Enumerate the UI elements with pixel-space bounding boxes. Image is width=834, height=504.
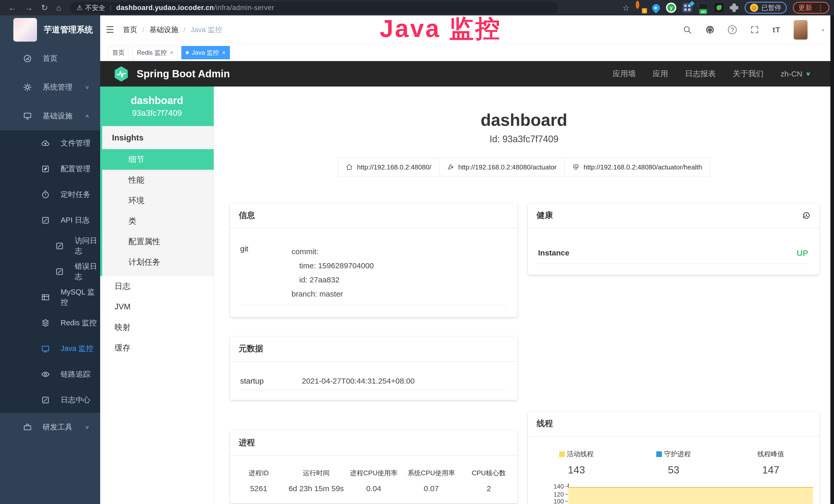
font-size-icon[interactable]: tT bbox=[773, 25, 780, 34]
sidebar-item-label: MySQL 监控 bbox=[61, 287, 100, 307]
sidebar-item-system[interactable]: 系统管理 ∨ bbox=[0, 73, 100, 102]
sidebar-item-infra[interactable]: 基础设施 ∧ bbox=[0, 102, 100, 131]
note-edit-icon bbox=[41, 216, 50, 225]
history-icon[interactable] bbox=[802, 211, 811, 220]
card-title: 元数据 bbox=[239, 343, 263, 354]
browser-home-icon[interactable]: ⌂ bbox=[56, 0, 61, 16]
sidebar-item-access-log[interactable]: 访问日志 bbox=[0, 233, 100, 259]
tag-java-monitor[interactable]: Java 监控 × bbox=[181, 46, 230, 59]
note-edit-icon bbox=[55, 267, 64, 276]
close-icon[interactable]: × bbox=[222, 49, 225, 56]
row-label: startup bbox=[240, 377, 302, 385]
user-avatar[interactable] bbox=[794, 20, 808, 40]
update-button[interactable]: 更新 ⋮ bbox=[793, 2, 829, 14]
git-line: branch: master bbox=[291, 287, 374, 301]
sidebar-item-label: 日志中心 bbox=[61, 395, 90, 405]
avatar-emoji-icon: ☺ bbox=[750, 4, 758, 12]
sidebar-item-label: Java 监控 bbox=[61, 344, 93, 354]
y-tickmark bbox=[565, 486, 568, 486]
sba-brand[interactable]: Spring Boot Admin bbox=[137, 68, 230, 79]
sba-menu-applications[interactable]: 应用 bbox=[653, 69, 668, 79]
app-title: 芋道管理系统 bbox=[44, 24, 93, 36]
extension-grid-icon[interactable] bbox=[682, 3, 692, 13]
sidebar-item-java-monitor[interactable]: Java 监控 bbox=[0, 336, 100, 362]
fullscreen-icon[interactable] bbox=[750, 25, 759, 35]
sba-nav-metrics[interactable]: 性能 bbox=[102, 170, 214, 190]
sba-menu-wallboard[interactable]: 应用墙 bbox=[613, 69, 636, 79]
sidebar-item-error-log[interactable]: 错误日志 bbox=[0, 259, 100, 284]
extension-green-icon[interactable]: y bbox=[666, 3, 676, 13]
endpoint-health-link[interactable]: http://192.168.0.2:48080/actuator/health bbox=[564, 158, 710, 176]
breadcrumb-infra[interactable]: 基础设施 bbox=[150, 25, 178, 35]
search-icon[interactable] bbox=[683, 25, 692, 35]
security-warning-icon[interactable]: ⚠ bbox=[76, 4, 83, 12]
sidebar-item-home[interactable]: 首页 bbox=[0, 44, 100, 73]
sidebar-item-config[interactable]: 配置管理 bbox=[0, 156, 100, 182]
extension-switch-icon[interactable]: on bbox=[698, 3, 708, 12]
info-git-row: git commit: time: 1596289704000 id: 27aa… bbox=[240, 245, 506, 305]
github-icon[interactable] bbox=[705, 25, 715, 35]
tag-redis-monitor[interactable]: Redis 监控 × bbox=[133, 46, 178, 59]
sba-instance-header[interactable]: dashboard 93a3fc7f7409 bbox=[100, 87, 214, 126]
sidebar-item-dev-tools[interactable]: 研发工具 ∨ bbox=[0, 413, 100, 442]
endpoint-actuator-link[interactable]: http://192.168.0.2:48080/actuator bbox=[439, 158, 565, 176]
column-header: CPU核心数 bbox=[460, 468, 518, 478]
sba-nav-logs[interactable]: 日志 bbox=[100, 276, 214, 297]
tag-home[interactable]: 首页 bbox=[108, 46, 129, 59]
legend-square-live bbox=[559, 451, 565, 457]
app-main: ☰ 首页 / 基础设施 / Java 监控 ? tT ∨ 首页 bbox=[100, 16, 834, 504]
browser-scrollbar[interactable] bbox=[830, 16, 834, 504]
sidebar-item-api-log[interactable]: API 日志 ∧ bbox=[0, 207, 100, 233]
app-logo-row[interactable]: 芋道管理系统 bbox=[0, 16, 100, 44]
breadcrumb-home[interactable]: 首页 bbox=[123, 25, 137, 35]
tags-view-bar: 首页 Redis 监控 × Java 监控 × bbox=[100, 44, 834, 61]
sba-language-select[interactable]: zh-CN ∨ bbox=[781, 70, 811, 78]
sba-nav-environment[interactable]: 环境 bbox=[102, 190, 214, 211]
sba-menu-journal[interactable]: 日志报表 bbox=[685, 69, 716, 79]
browser-actions: ☆ 1 y on ☺ 已暂停 更新 ⋮ bbox=[622, 0, 829, 16]
forward-icon[interactable]: → bbox=[25, 0, 33, 16]
metadata-startup-row: startup 2021-04-27T00:44:31.254+08:00 bbox=[240, 377, 506, 390]
sba-nav-scheduled-tasks[interactable]: 计划任务 bbox=[102, 252, 214, 272]
address-bar[interactable]: ⚠ 不安全 | dashboard.yudao.iocoder.cn/infra… bbox=[70, 2, 558, 14]
sba-nav-details[interactable]: 细节 bbox=[100, 149, 214, 170]
profile-paused-chip[interactable]: ☺ 已暂停 bbox=[745, 2, 787, 14]
sidebar-item-files[interactable]: 文件管理 bbox=[0, 131, 100, 156]
close-icon[interactable]: × bbox=[170, 49, 173, 56]
y-tick-140: 140 bbox=[528, 483, 564, 490]
sidebar-item-log-center[interactable]: 日志中心 bbox=[0, 387, 100, 413]
metadata-card: 元数据 startup 2021-04-27T00:44:31.254+08:0… bbox=[230, 336, 518, 400]
sba-nav-mappings[interactable]: 映射 bbox=[100, 317, 214, 338]
endpoint-url: http://192.168.0.2:48080/actuator/health bbox=[584, 163, 702, 171]
sba-insights-label: Insights bbox=[102, 126, 214, 149]
back-icon[interactable]: ← bbox=[8, 0, 17, 16]
sba-nav-classes[interactable]: 类 bbox=[102, 211, 214, 231]
bookmark-star-icon[interactable]: ☆ bbox=[622, 3, 630, 12]
extension-orange-icon[interactable]: 1 bbox=[636, 3, 646, 13]
extension-leaf-icon[interactable] bbox=[714, 3, 724, 12]
browser-menu-icon[interactable]: ⋮ bbox=[817, 4, 824, 12]
sba-nav-config-props[interactable]: 配置属性 bbox=[102, 231, 214, 252]
help-icon[interactable]: ? bbox=[728, 25, 737, 34]
extension-pin-icon[interactable] bbox=[651, 3, 661, 13]
stat-label: 线程峰值 bbox=[758, 450, 784, 459]
sba-nav-caches[interactable]: 缓存 bbox=[100, 338, 214, 358]
sidebar-item-mysql[interactable]: MySQL 监控 bbox=[0, 284, 100, 310]
extension-green-letter: y bbox=[667, 4, 675, 12]
endpoint-home-link[interactable]: http://192.168.0.2:48080/ bbox=[338, 158, 439, 176]
chevron-down-icon: ∨ bbox=[85, 85, 89, 90]
caret-down-icon[interactable]: ∨ bbox=[821, 27, 825, 32]
reload-icon[interactable]: ↻ bbox=[41, 0, 48, 16]
sidebar-item-label: 文件管理 bbox=[61, 138, 90, 148]
column-header: 系统CPU使用率 bbox=[402, 468, 460, 478]
hamburger-icon[interactable]: ☰ bbox=[106, 24, 114, 35]
sba-nav-jvm[interactable]: JVM bbox=[100, 297, 214, 317]
git-commit-lines: commit: time: 1596289704000 id: 27aa832 … bbox=[291, 245, 374, 301]
sidebar-item-redis[interactable]: Redis 监控 bbox=[0, 310, 100, 336]
extensions-puzzle-icon[interactable] bbox=[730, 3, 739, 12]
column-header: 进程ID bbox=[230, 468, 287, 478]
sidebar-item-jobs[interactable]: 定时任务 bbox=[0, 182, 100, 207]
url-path: /infra/admin-server bbox=[214, 4, 274, 12]
sba-menu-about[interactable]: 关于我们 bbox=[733, 69, 764, 79]
sidebar-item-tracing[interactable]: 链路追踪 bbox=[0, 362, 100, 387]
